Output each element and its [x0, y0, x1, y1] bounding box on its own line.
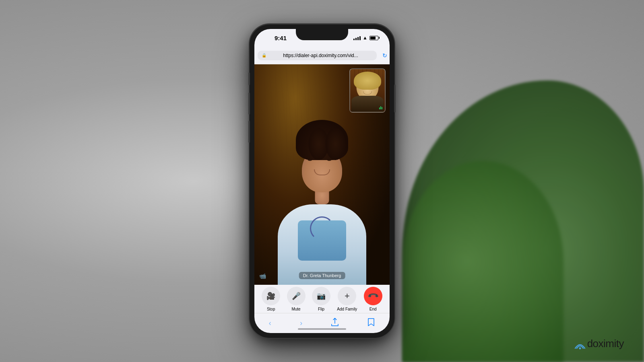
audio-bar-2 — [380, 106, 381, 109]
silent-switch — [248, 72, 250, 85]
power-button — [394, 84, 396, 113]
patient-shoulders — [351, 96, 384, 112]
patient-hair — [354, 72, 381, 90]
svg-point-0 — [579, 347, 581, 349]
add-button-circle[interactable]: + — [338, 287, 356, 305]
video-stop-icon: 🎥 — [266, 292, 275, 300]
stethoscope — [310, 216, 334, 241]
pip-video-feed — [349, 68, 386, 113]
doximity-text: doximity — [587, 337, 624, 350]
signal-strength-icon — [353, 35, 361, 40]
stop-button-circle[interactable]: 🎥 — [262, 287, 280, 305]
background-plant-secondary — [402, 161, 564, 362]
end-call-button[interactable]: 📞 End — [364, 287, 382, 311]
home-indicator[interactable] — [298, 328, 346, 330]
video-active-indicator: 📹 — [259, 273, 266, 279]
signal-bar-1 — [353, 39, 355, 40]
battery-fill — [370, 37, 376, 39]
end-label: End — [369, 307, 377, 311]
signal-bar-4 — [359, 36, 361, 40]
url-field[interactable]: 🔒 https://dialer-api.doximity.com/vid... — [258, 51, 377, 60]
phone-notch — [296, 29, 348, 40]
audio-bar-3 — [382, 107, 382, 109]
back-button[interactable]: ‹ — [269, 319, 271, 327]
flip-camera-button[interactable]: 📷 Flip — [312, 287, 330, 311]
audio-indicator — [379, 106, 382, 109]
flip-label: Flip — [318, 307, 324, 311]
stop-label: Stop — [267, 307, 275, 311]
share-button[interactable] — [331, 318, 339, 329]
signal-bar-3 — [357, 37, 359, 40]
status-time: 9:41 — [275, 35, 287, 41]
add-family-button[interactable]: + Add Family — [337, 287, 357, 311]
end-call-icon: 📞 — [367, 290, 379, 302]
safari-bottom-bar: ‹ › — [254, 313, 390, 333]
phone-screen: 9:41 ▲ 🔒 ht — [254, 29, 390, 333]
patient-video — [350, 69, 385, 112]
doximity-signal-icon — [574, 339, 585, 348]
add-family-label: Add Family — [337, 307, 357, 311]
call-controls-bar: 🎥 Stop 🎤 Mute 📷 Flip — [254, 285, 390, 313]
volume-down-button — [248, 121, 250, 143]
mute-button-circle[interactable]: 🎤 — [287, 287, 305, 305]
end-call-circle[interactable]: 📞 — [364, 287, 382, 305]
battery-icon — [369, 36, 378, 40]
doximity-branding: doximity — [574, 337, 624, 350]
mute-button[interactable]: 🎤 Mute — [287, 287, 305, 311]
url-bar[interactable]: 🔒 https://dialer-api.doximity.com/vid...… — [254, 47, 390, 64]
video-call-area: Dr. Greta Thunberg 📹 — [254, 64, 390, 285]
microphone-icon: 🎤 — [292, 292, 301, 300]
phone-body: 9:41 ▲ 🔒 ht — [250, 24, 394, 338]
status-icons: ▲ — [353, 35, 378, 41]
lock-icon: 🔒 — [262, 53, 266, 58]
phone-device: 9:41 ▲ 🔒 ht — [250, 24, 394, 338]
mute-label: Mute — [291, 307, 300, 311]
flip-button-circle[interactable]: 📷 — [312, 287, 330, 305]
forward-button[interactable]: › — [300, 319, 302, 327]
stop-button[interactable]: 🎥 Stop — [262, 287, 280, 311]
doctor-hair-right — [326, 128, 346, 160]
signal-bar-2 — [355, 38, 357, 40]
url-text: https://dialer-api.doximity.com/vid... — [268, 53, 373, 58]
wifi-icon: ▲ — [363, 35, 367, 41]
doctor-silhouette — [270, 116, 374, 285]
add-person-icon: + — [345, 291, 350, 301]
volume-up-button — [248, 93, 250, 115]
audio-bar-1 — [379, 107, 380, 109]
bookmarks-button[interactable] — [367, 318, 375, 328]
refresh-button[interactable]: ↻ — [382, 52, 387, 59]
camera-flip-icon: 📷 — [317, 292, 326, 300]
doctor-name-label: Dr. Greta Thunberg — [299, 272, 345, 279]
